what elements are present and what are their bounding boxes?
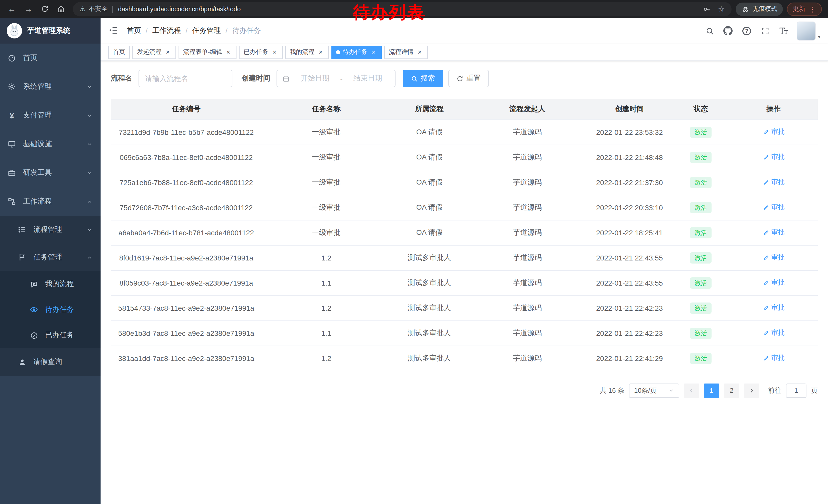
top-navbar: 首页 工作流程 任务管理 待办任务 xyxy=(100,18,828,44)
column-header: 状态 xyxy=(672,99,730,120)
process-name-input[interactable] xyxy=(145,74,226,83)
reload-icon[interactable] xyxy=(37,1,52,17)
sidebar-item-task-management[interactable]: 任务管理 xyxy=(0,243,100,271)
next-page-button[interactable] xyxy=(744,383,759,398)
screen: ← → ⚠ 不安全 dashboard.yudao.iocoder.cn/bpm… xyxy=(0,0,828,504)
user-menu[interactable]: ▾ xyxy=(797,21,820,40)
page-button-2[interactable]: 2 xyxy=(724,383,739,398)
date-range-picker[interactable]: 开始日期 - 结束日期 xyxy=(277,70,396,87)
tab-close-icon[interactable]: × xyxy=(225,48,232,56)
approve-label: 审批 xyxy=(771,354,785,363)
tab-item[interactable]: 发起流程× xyxy=(132,45,176,59)
fullscreen-icon[interactable] xyxy=(760,26,770,36)
cell-initiator: 芋道源码 xyxy=(468,245,587,270)
more-menu-icon[interactable]: ⋮ xyxy=(809,5,816,12)
tab-item[interactable]: 首页 xyxy=(108,45,130,59)
page-size-select[interactable]: 10条/页 xyxy=(629,383,679,398)
column-header: 流程发起人 xyxy=(468,99,587,120)
forward-icon[interactable]: → xyxy=(20,1,36,17)
tab-close-icon[interactable]: × xyxy=(164,48,171,56)
breadcrumb-item[interactable]: 工作流程 xyxy=(141,26,181,35)
sidebar-item-dev-tools[interactable]: 研发工具 xyxy=(0,158,100,187)
prev-page-button[interactable] xyxy=(684,383,699,398)
sidebar-item-done-tasks[interactable]: 已办任务 xyxy=(0,322,100,348)
tab-item[interactable]: 流程表单-编辑× xyxy=(178,45,237,59)
breadcrumb-item[interactable]: 任务管理 xyxy=(181,26,221,35)
tab-item[interactable]: 待办任务× xyxy=(331,45,382,59)
goto-unit: 页 xyxy=(811,386,818,395)
tab-close-icon[interactable]: × xyxy=(370,48,377,56)
app-logo-row[interactable]: 芋道管理系统 xyxy=(0,18,100,44)
browser-right-controls: 无痕模式 更新 ⋮ xyxy=(736,2,824,16)
reset-button[interactable]: 重置 xyxy=(448,70,489,87)
key-icon[interactable] xyxy=(703,5,711,13)
cell-create-time: 2022-01-21 22:42:23 xyxy=(587,295,672,320)
github-icon[interactable] xyxy=(723,26,733,36)
tab-label: 流程表单-编辑 xyxy=(183,48,222,56)
sidebar-item-system[interactable]: 系统管理 xyxy=(0,72,100,101)
edit-icon xyxy=(762,204,769,211)
tab-close-icon[interactable]: × xyxy=(317,48,324,56)
table-row: 381aa1dd-7ac8-11ec-a9e2-a2380e71991a1.2测… xyxy=(111,346,818,371)
approve-link[interactable]: 审批 xyxy=(762,127,785,137)
tab-item[interactable]: 流程详情× xyxy=(384,45,428,59)
sidebar-item-payment[interactable]: ¥ 支付管理 xyxy=(0,101,100,130)
help-icon[interactable] xyxy=(742,26,752,36)
approve-link[interactable]: 审批 xyxy=(762,178,785,187)
cell-initiator: 芋道源码 xyxy=(468,346,587,371)
cell-task-id: 58154733-7ac8-11ec-a9e2-a2380e71991a xyxy=(111,295,262,320)
sidebar-item-process-management[interactable]: 流程管理 xyxy=(0,216,100,243)
sidebar-item-home[interactable]: 首页 xyxy=(0,44,100,72)
sidebar-item-infrastructure[interactable]: 基础设施 xyxy=(0,130,100,158)
search-button[interactable]: 搜索 xyxy=(403,70,443,87)
column-header: 任务名称 xyxy=(262,99,391,120)
sidebar-item-workflow[interactable]: 工作流程 xyxy=(0,187,100,216)
status-badge: 激活 xyxy=(690,177,711,188)
tab-label: 发起流程 xyxy=(137,48,162,56)
avatar[interactable] xyxy=(797,21,816,40)
status-badge: 激活 xyxy=(690,151,711,163)
font-size-icon[interactable] xyxy=(779,26,789,36)
sidebar-item-todo-tasks[interactable]: 待办任务 xyxy=(0,297,100,322)
approve-link[interactable]: 审批 xyxy=(762,203,785,212)
breadcrumb-item[interactable]: 首页 xyxy=(127,26,141,35)
chevron-down-icon xyxy=(87,227,92,232)
status-badge: 激活 xyxy=(690,252,711,263)
search-icon[interactable] xyxy=(705,26,715,36)
cell-process-name: OA 请假 xyxy=(391,195,468,220)
approve-link[interactable]: 审批 xyxy=(762,278,785,287)
approve-link[interactable]: 审批 xyxy=(762,328,785,338)
tab-item[interactable]: 已办任务× xyxy=(239,45,283,59)
home-icon[interactable] xyxy=(53,1,69,17)
cell-task-name: 一级审批 xyxy=(262,120,391,145)
tab-close-icon[interactable]: × xyxy=(271,48,278,56)
edit-icon xyxy=(762,229,769,236)
incognito-label: 无痕模式 xyxy=(753,5,777,13)
sidebar-item-leave-query[interactable]: 请假查询 xyxy=(0,348,100,376)
tab-close-icon[interactable]: × xyxy=(416,48,423,56)
back-icon[interactable]: ← xyxy=(4,1,19,17)
tab-item[interactable]: 我的流程× xyxy=(285,45,329,59)
security-warning-icon[interactable]: ⚠ xyxy=(80,5,85,13)
update-chip[interactable]: 更新 ⋮ xyxy=(787,2,822,16)
browser-chrome: ← → ⚠ 不安全 dashboard.yudao.iocoder.cn/bpm… xyxy=(0,0,828,18)
approve-link[interactable]: 审批 xyxy=(762,152,785,162)
approve-link[interactable]: 审批 xyxy=(762,253,785,262)
approve-label: 审批 xyxy=(771,278,785,287)
cell-create-time: 2022-01-21 22:42:23 xyxy=(587,320,672,346)
chevron-down-icon xyxy=(668,387,674,393)
sidebar-item-my-process[interactable]: 我的流程 xyxy=(0,271,100,297)
approve-link[interactable]: 审批 xyxy=(762,354,785,363)
goto-page-input[interactable] xyxy=(786,383,806,398)
hamburger-icon[interactable] xyxy=(108,25,120,36)
approve-link[interactable]: 审批 xyxy=(762,303,785,313)
status-badge: 激活 xyxy=(690,327,711,339)
edit-icon xyxy=(762,305,769,311)
page-button-1[interactable]: 1 xyxy=(704,383,719,398)
column-header: 任务编号 xyxy=(111,99,262,120)
edit-icon xyxy=(762,129,769,135)
star-icon[interactable]: ☆ xyxy=(718,5,725,13)
end-date-placeholder[interactable]: 结束日期 xyxy=(346,74,390,83)
start-date-placeholder[interactable]: 开始日期 xyxy=(293,74,337,83)
approve-link[interactable]: 审批 xyxy=(762,228,785,237)
